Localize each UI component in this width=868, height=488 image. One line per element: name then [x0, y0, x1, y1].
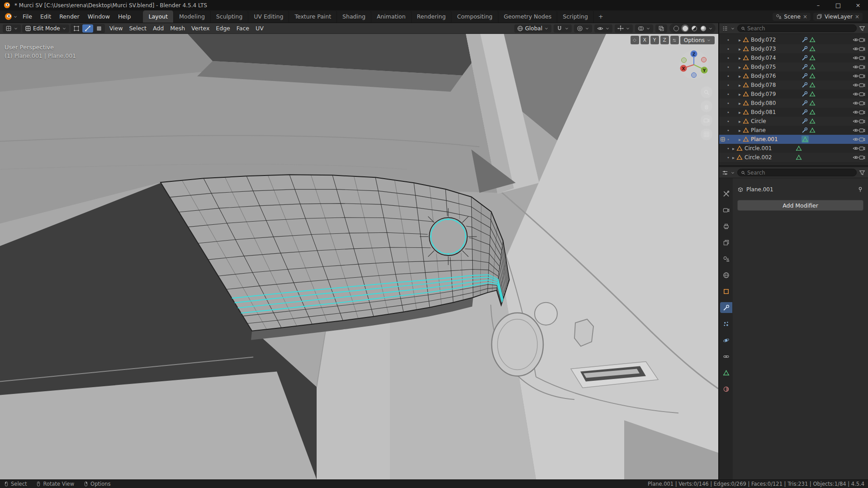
material-preview-button[interactable]: [690, 24, 698, 32]
breadcrumb-object-name[interactable]: Plane.001: [746, 186, 773, 193]
render-visibility-camera-icon[interactable]: [859, 109, 865, 115]
outliner-row[interactable]: •▸Body.078: [719, 81, 868, 90]
overlays-dropdown[interactable]: [635, 24, 653, 33]
object-name[interactable]: Plane.001: [751, 136, 802, 142]
visibility-eye-icon[interactable]: [853, 73, 859, 79]
speaker-small-circle[interactable]: [535, 303, 557, 325]
render-visibility-camera-icon[interactable]: [859, 118, 865, 124]
object-name[interactable]: Circle: [751, 118, 802, 124]
outliner-row[interactable]: •▸Circle.001: [719, 144, 868, 153]
render-visibility-camera-icon[interactable]: [859, 136, 865, 142]
proportional-editing-dropdown[interactable]: [574, 24, 592, 33]
scene-unlink-icon[interactable]: ×: [803, 14, 807, 20]
render-visibility-camera-icon[interactable]: [859, 82, 865, 88]
properties-search-input[interactable]: [747, 170, 853, 176]
tool-options-dropdown[interactable]: Options: [680, 36, 715, 44]
pin-icon[interactable]: [857, 186, 863, 193]
expand-chevron-icon[interactable]: ▸: [730, 155, 736, 160]
properties-tab-object[interactable]: [720, 286, 732, 297]
viewport-menu-select[interactable]: Select: [126, 23, 150, 34]
visibility-eye-icon[interactable]: [853, 154, 859, 161]
workspace-tab-animation[interactable]: Animation: [371, 10, 412, 23]
outliner-row[interactable]: •▸Body.080: [719, 99, 868, 108]
viewport-menu-view[interactable]: View: [106, 23, 126, 34]
zoom-button[interactable]: [701, 86, 712, 98]
workspace-tab-uv-editing[interactable]: UV Editing: [248, 10, 289, 23]
face-select-mode-button[interactable]: [94, 24, 104, 33]
object-name[interactable]: Body.079: [751, 91, 802, 97]
render-visibility-camera-icon[interactable]: [859, 100, 865, 106]
properties-tab-material[interactable]: [720, 384, 732, 394]
view-layer-selector[interactable]: ViewLayer ×: [813, 13, 863, 21]
filter-funnel-icon[interactable]: [859, 170, 865, 176]
vertex-select-mode-button[interactable]: [71, 24, 82, 33]
visibility-eye-icon[interactable]: [853, 91, 859, 97]
maximize-button[interactable]: □: [828, 0, 848, 10]
outliner-row[interactable]: •▸Body.079: [719, 90, 868, 99]
render-visibility-camera-icon[interactable]: [859, 46, 865, 52]
xray-toggle-button[interactable]: [655, 24, 667, 33]
workspace-tab-compositing[interactable]: Compositing: [451, 10, 498, 23]
visibility-eye-icon[interactable]: [853, 109, 859, 115]
outliner-row[interactable]: •▸Body.074: [719, 53, 868, 62]
outliner-row[interactable]: •▸Body.073: [719, 44, 868, 53]
close-button[interactable]: ×: [848, 0, 868, 10]
workspace-tab-layout[interactable]: Layout: [143, 10, 174, 23]
outliner-row[interactable]: •▸Body.076: [719, 71, 868, 81]
properties-tab-world[interactable]: [720, 270, 732, 280]
visibility-eye-icon[interactable]: [853, 100, 859, 106]
object-name[interactable]: Body.074: [751, 55, 802, 61]
properties-tab-object-data[interactable]: [720, 367, 732, 378]
edge-select-mode-button[interactable]: [82, 24, 93, 33]
expand-chevron-icon[interactable]: ▸: [737, 38, 743, 43]
scene-selector[interactable]: Scene ×: [773, 13, 811, 21]
properties-tab-constraints[interactable]: [720, 351, 732, 362]
outliner-row[interactable]: •▸Circle.002: [719, 153, 868, 162]
menu-file[interactable]: File: [19, 11, 36, 23]
gizmo-axis-neg-y[interactable]: [682, 58, 687, 63]
viewport-menu-uv[interactable]: UV: [252, 23, 267, 34]
properties-tab-physics[interactable]: [720, 335, 732, 346]
object-name[interactable]: Body.072: [751, 37, 802, 43]
transform-axes-icon[interactable]: [631, 36, 639, 44]
expand-chevron-icon[interactable]: ▸: [730, 146, 736, 151]
properties-editor-icon[interactable]: [722, 170, 728, 176]
outliner-search-input[interactable]: [747, 25, 853, 32]
filter-funnel-icon[interactable]: [859, 25, 865, 32]
render-visibility-camera-icon[interactable]: [859, 154, 865, 161]
viewport-menu-face[interactable]: Face: [233, 23, 252, 34]
menu-help[interactable]: Help: [114, 11, 135, 23]
render-visibility-camera-icon[interactable]: [859, 37, 865, 43]
tool-settings-slider-icon[interactable]: [670, 36, 679, 44]
properties-tab-modifiers[interactable]: [720, 302, 732, 313]
properties-tab-render[interactable]: [720, 204, 732, 215]
expand-chevron-icon[interactable]: ▸: [737, 65, 743, 70]
workspace-tab-scripting[interactable]: Scripting: [557, 10, 594, 23]
visibility-eye-icon[interactable]: [853, 145, 859, 152]
render-visibility-camera-icon[interactable]: [859, 127, 865, 133]
render-visibility-camera-icon[interactable]: [859, 91, 865, 97]
gizmos-dropdown[interactable]: [615, 24, 633, 33]
solid-shading-button[interactable]: [681, 24, 689, 32]
render-visibility-camera-icon[interactable]: [859, 55, 865, 61]
blender-menu-icon[interactable]: [5, 13, 12, 20]
visibility-eye-icon[interactable]: [853, 46, 859, 52]
object-name[interactable]: Body.080: [751, 100, 802, 106]
pan-button[interactable]: [701, 100, 712, 112]
expand-chevron-icon[interactable]: ▸: [737, 101, 743, 106]
expand-chevron-icon[interactable]: ▸: [737, 110, 743, 115]
outliner-row[interactable]: •▸Plane.001: [719, 135, 868, 144]
object-name[interactable]: Body.073: [751, 46, 802, 52]
render-visibility-camera-icon[interactable]: [859, 64, 865, 70]
mode-dropdown[interactable]: Edit Mode: [22, 24, 69, 33]
view-layer-unlink-icon[interactable]: ×: [855, 14, 859, 20]
properties-tab-particles[interactable]: [720, 318, 732, 329]
object-name[interactable]: Circle.002: [745, 154, 795, 161]
camera-view-button[interactable]: [701, 114, 712, 126]
visibility-eye-icon[interactable]: [853, 55, 859, 61]
properties-search-box[interactable]: [737, 169, 857, 176]
scene-svg[interactable]: [0, 34, 718, 479]
workspace-tab-rendering[interactable]: Rendering: [412, 10, 452, 23]
properties-tab-tool[interactable]: [720, 188, 732, 199]
object-name[interactable]: Plane: [751, 127, 802, 133]
